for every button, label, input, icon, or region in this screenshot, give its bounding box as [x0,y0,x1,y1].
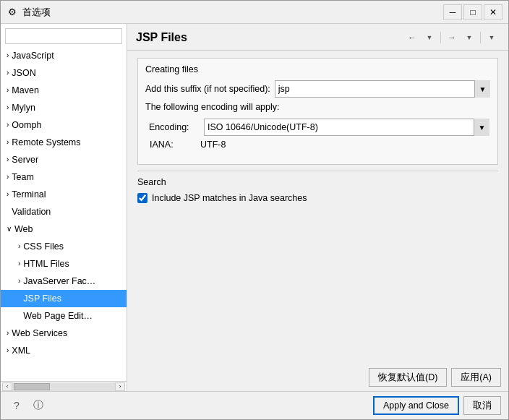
expand-arrow-javascript: › [7,48,9,63]
encoding-row: Encoding: ISO 10646/Unicode(UTF-8) UTF-8… [145,116,490,138]
encoding-label: Encoding: [146,122,204,132]
apply-and-close-button[interactable]: Apply and Close [373,396,459,415]
sidebar-item-label: Web Services [12,326,67,340]
search-box [1,24,127,47]
expand-arrow-html: › [18,257,20,271]
forward-dropdown-button[interactable]: ▼ [461,30,477,46]
sidebar-item-css-files[interactable]: › CSS Files [1,238,127,255]
search-section: Search Include JSP matches in Java searc… [137,177,498,205]
sidebar-item-html-files[interactable]: › HTML Files [1,255,127,273]
sidebar-item-label: XML [12,343,30,358]
sidebar-item-label: Maven [12,83,39,98]
expand-arrow-remote-systems: › [7,135,9,150]
sidebar-item-label: JavaServer Fac… [23,274,95,288]
sidebar-item-label: HTML Files [23,257,69,271]
sidebar-item-maven[interactable]: › Maven [1,82,127,99]
sidebar-item-validation[interactable]: › Validation [1,203,127,220]
search-section-label: Search [137,177,498,187]
nav-separator2 [480,32,481,43]
sidebar-item-remote-systems[interactable]: › Remote Systems [1,134,127,151]
sidebar-item-label: JSP Files [23,291,61,306]
menu-button[interactable]: ▼ [484,30,500,46]
window-title: 首选项 [22,6,51,19]
nav-separator [440,32,441,43]
expand-arrow-mylyn: › [7,100,9,115]
scroll-left-btn[interactable]: ‹ [2,382,12,391]
back-button[interactable]: ← [404,30,420,46]
iana-row: IANA: UTF-8 [145,138,490,151]
sidebar-item-label: Oomph [12,118,41,132]
suffix-select[interactable]: jsp html xhtml [275,80,490,98]
panel-body: Creating files Add this suffix (if not s… [127,51,508,364]
restore-defaults-button[interactable]: 恢复默认值(D) [369,368,447,387]
creating-files-section: Creating files Add this suffix (if not s… [137,58,498,165]
expand-arrow-web: ∨ [7,222,12,236]
preferences-window: ⚙ 首选项 ─ □ ✕ › JavaScript › [0,0,509,420]
section-divider [137,171,498,171]
sidebar-item-javaserver-faces[interactable]: › JavaServer Fac… [1,273,127,290]
sidebar-item-web-services[interactable]: › Web Services [1,325,127,342]
sidebar-item-web-page-editor[interactable]: › Web Page Edit… [1,307,127,325]
scroll-right-btn[interactable]: › [115,382,125,391]
main-content: › JavaScript › JSON › Maven › Mylyn [1,24,508,391]
expand-arrow-maven: › [7,83,9,98]
sidebar-item-mylyn[interactable]: › Mylyn [1,99,127,116]
cancel-button[interactable]: 取消 [463,396,501,415]
include-jsp-checkbox[interactable] [137,193,147,203]
sidebar-item-oomph[interactable]: › Oomph [1,116,127,134]
creating-files-label: Creating files [145,64,490,74]
inner-bottom-bar: 恢复默认值(D) 应用(A) [127,364,508,391]
sidebar-item-label: CSS Files [23,239,64,254]
suffix-row: Add this suffix (if not specified): jsp … [145,80,490,98]
expand-arrow-team: › [7,170,9,184]
checkbox-row: Include JSP matches in Java searches [137,192,498,205]
scroll-track[interactable] [12,382,115,391]
back-dropdown-button[interactable]: ▼ [422,30,437,46]
search-input[interactable] [5,28,122,44]
scroll-thumb[interactable] [14,383,50,390]
forward-button[interactable]: → [444,30,460,46]
sidebar-item-web[interactable]: ∨ Web [1,220,127,238]
title-bar: ⚙ 首选项 ─ □ ✕ [1,1,508,24]
sidebar-item-jsp-files[interactable]: › JSP Files [1,290,127,307]
sidebar-item-server[interactable]: › Server [1,151,127,168]
sidebar-item-label: Web Page Edit… [23,309,93,323]
sidebar-item-label: Validation [12,205,51,219]
right-panel: JSP Files ← ▼ → ▼ ▼ Creating files [127,24,508,391]
apply-button[interactable]: 应用(A) [451,368,501,387]
expand-arrow-xml: › [7,343,9,358]
expand-arrow-oomph: › [7,118,9,132]
sidebar-item-label: Web [14,222,33,236]
checkbox-label: Include JSP matches in Java searches [152,193,307,203]
encoding-select[interactable]: ISO 10646/Unicode(UTF-8) UTF-8 UTF-16 IS… [204,119,489,136]
sidebar-item-xml[interactable]: › XML [1,342,127,359]
help-button[interactable]: ? [8,397,25,414]
panel-header: JSP Files ← ▼ → ▼ ▼ [127,24,508,51]
sidebar-item-label: Team [12,170,34,184]
sidebar-item-label: JSON [12,66,35,80]
info-button[interactable]: ⓘ [30,397,47,414]
sidebar-item-team[interactable]: › Team [1,168,127,186]
horizontal-scrollbar[interactable]: ‹ › [1,381,127,391]
minimize-button[interactable]: ─ [443,4,462,20]
sidebar-item-json[interactable]: › JSON [1,64,127,82]
sidebar: › JavaScript › JSON › Maven › Mylyn [1,24,127,391]
expand-arrow-web-services: › [7,326,9,340]
sidebar-item-label: Remote Systems [12,135,80,150]
sidebar-item-label: Mylyn [12,100,35,115]
sidebar-item-terminal[interactable]: › Terminal [1,186,127,203]
window-icon: ⚙ [7,7,18,18]
sidebar-item-label: Terminal [12,187,46,202]
expand-arrow-json: › [7,66,9,80]
sidebar-item-javascript[interactable]: › JavaScript [1,47,127,64]
maximize-button[interactable]: □ [463,4,482,20]
close-button[interactable]: ✕ [484,4,502,20]
expand-arrow-css: › [18,239,20,254]
outer-bottom-bar: ? ⓘ Apply and Close 取消 [1,391,508,419]
tree-area: › JavaScript › JSON › Maven › Mylyn [1,47,127,381]
iana-value: UTF-8 [200,140,226,150]
sidebar-item-label: Server [12,153,38,167]
iana-label: IANA: [150,140,200,150]
encoding-intro-label: The following encoding will apply: [145,102,490,112]
encoding-select-wrapper: ISO 10646/Unicode(UTF-8) UTF-8 UTF-16 IS… [204,119,489,136]
